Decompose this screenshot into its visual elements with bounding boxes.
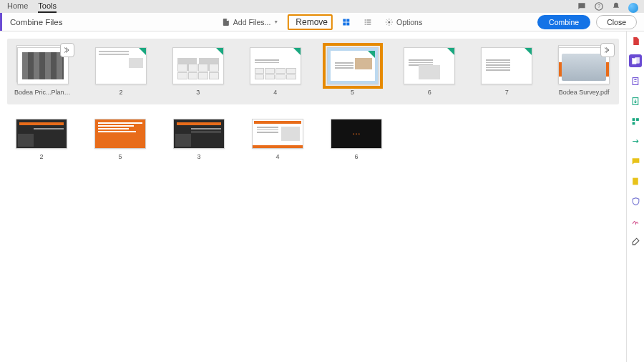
page-thumb[interactable]: 3	[170, 119, 228, 160]
page-number: 3	[197, 153, 200, 160]
file-group-row: Bodea Pric...Plans.pptx 2 3 4 5 6	[7, 39, 619, 104]
svg-rect-20	[633, 177, 638, 185]
svg-rect-3	[346, 19, 349, 21]
avatar[interactable]	[628, 3, 638, 13]
rail-comment-icon[interactable]	[629, 155, 642, 167]
rail-create-pdf-icon[interactable]	[629, 34, 642, 47]
options-label: Options	[396, 18, 422, 26]
rail-combine-icon[interactable]	[629, 54, 642, 67]
svg-point-12	[388, 21, 390, 23]
svg-point-6	[365, 19, 366, 21]
workspace: Bodea Pric...Plans.pptx 2 3 4 5 6	[0, 31, 644, 362]
svg-rect-5	[346, 22, 349, 25]
toolbar-title: Combine Files	[10, 18, 63, 26]
page-number: 6	[428, 89, 431, 96]
list-view-button[interactable]	[360, 16, 376, 29]
add-files-button[interactable]: Add Files... ▼	[218, 16, 282, 29]
svg-rect-11	[366, 24, 371, 24]
add-files-label: Add Files...	[233, 18, 271, 26]
rail-fill-sign-icon[interactable]	[629, 175, 642, 187]
thumbnail-area: Bodea Pric...Plans.pptx 2 3 4 5 6	[0, 31, 626, 362]
file-stack-b[interactable]: Bodea Survey.pdf	[556, 47, 612, 96]
app-top-tabs: Home Tools ?	[0, 0, 644, 13]
svg-rect-4	[343, 22, 346, 25]
rail-export-icon[interactable]	[629, 94, 642, 107]
svg-rect-7	[366, 19, 371, 20]
page-number: 4	[275, 153, 279, 160]
page-thumb[interactable]: 4	[248, 47, 303, 96]
page-thumb[interactable]: 2	[13, 119, 70, 160]
svg-point-8	[365, 21, 366, 23]
svg-rect-9	[366, 21, 371, 22]
chat-icon[interactable]	[577, 1, 587, 14]
combine-button[interactable]: Combine	[537, 15, 590, 29]
rail-sign-icon[interactable]	[629, 215, 642, 228]
options-button[interactable]: Options	[381, 16, 426, 29]
file-stack-a[interactable]: Bodea Pric...Plans.pptx	[14, 47, 72, 96]
chevron-down-icon: ▼	[273, 19, 278, 24]
svg-rect-18	[636, 118, 639, 121]
page-thumb[interactable]: 6	[401, 47, 457, 96]
tab-tools[interactable]: Tools	[38, 1, 57, 13]
rail-organize-icon[interactable]	[629, 114, 642, 127]
page-number: 2	[119, 89, 122, 96]
combine-toolbar: Combine Files Add Files... ▼ Remove Opti…	[0, 13, 644, 31]
bell-icon[interactable]	[611, 1, 621, 14]
rail-more-tools-icon[interactable]	[629, 235, 642, 248]
page-number: 5	[351, 89, 354, 96]
page-thumb-selected[interactable]: 5	[325, 47, 381, 96]
page-thumb[interactable]: 5	[92, 119, 149, 160]
svg-rect-19	[632, 122, 635, 124]
tab-home[interactable]: Home	[7, 1, 28, 13]
file-label: Bodea Survey.pdf	[559, 89, 610, 96]
page-thumb[interactable]: 2	[93, 47, 149, 96]
svg-rect-17	[632, 118, 635, 121]
page-number: 2	[39, 153, 43, 160]
svg-point-10	[365, 24, 366, 25]
expand-stack-button[interactable]	[600, 43, 615, 57]
page-number: 7	[505, 89, 509, 96]
page-number: 4	[273, 89, 277, 96]
close-button[interactable]: Close	[596, 15, 637, 29]
page-thumb[interactable]: 7	[479, 47, 535, 96]
rail-send-icon[interactable]	[629, 134, 642, 147]
rail-edit-pdf-icon[interactable]	[629, 74, 642, 87]
thumbnail-view-button[interactable]	[338, 16, 354, 29]
page-thumb[interactable]: 3	[170, 47, 226, 96]
file-label: Bodea Pric...Plans.pptx	[14, 89, 72, 96]
loose-pages-row: 2 5 3 4 • • • 6	[0, 112, 626, 167]
page-number: 3	[196, 89, 200, 96]
right-tool-rail	[626, 31, 644, 362]
page-number: 5	[118, 153, 122, 160]
page-number: 6	[354, 153, 358, 160]
page-thumb[interactable]: 4	[249, 119, 306, 160]
svg-rect-2	[343, 19, 346, 21]
expand-stack-button[interactable]	[60, 43, 74, 57]
rail-protect-icon[interactable]	[629, 195, 642, 207]
svg-rect-14	[635, 57, 638, 63]
svg-text:?: ?	[597, 4, 600, 9]
remove-button[interactable]: Remove	[288, 14, 333, 30]
page-thumb[interactable]: • • • 6	[328, 119, 385, 160]
help-icon[interactable]: ?	[594, 1, 604, 14]
tool-accent-bar	[0, 13, 2, 31]
remove-label: Remove	[296, 17, 328, 27]
